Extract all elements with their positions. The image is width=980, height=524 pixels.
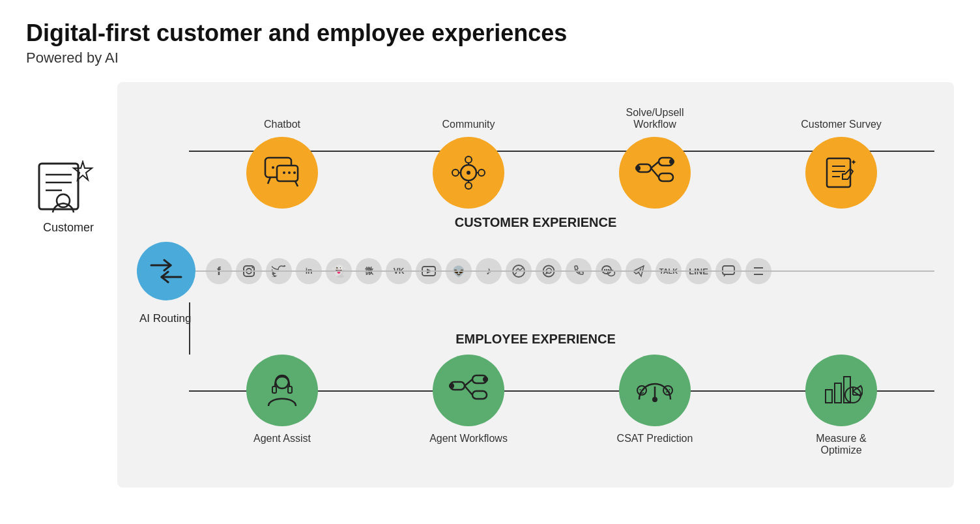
node-chatbot: Chatbot	[189, 102, 375, 209]
customer-label: Customer	[43, 221, 94, 235]
customer-survey-label: Customer Survey	[801, 102, 882, 130]
survey-icon: ✦	[822, 152, 861, 194]
measure-optimize-label: Measure &Optimize	[816, 433, 866, 461]
diagram-area: Chatbot	[117, 82, 954, 488]
svg-rect-72	[826, 390, 832, 403]
node-agent-assist: Agent Assist	[189, 355, 375, 461]
ex-section: EMPLOYEE EXPERIENCE	[137, 332, 934, 461]
cx-nodes: Chatbot	[137, 102, 934, 209]
svg-rect-0	[39, 164, 78, 209]
community-label: Community	[442, 102, 495, 130]
cx-section-label: CUSTOMER EXPERIENCE	[137, 215, 934, 230]
svg-rect-59	[472, 391, 487, 399]
csat-prediction-label: CSAT Prediction	[617, 433, 693, 461]
ex-section-label: EMPLOYEE EXPERIENCE	[137, 332, 934, 347]
chatbot-circle	[246, 137, 318, 209]
community-circle	[433, 137, 504, 209]
node-customer-survey: Customer Survey ✦	[748, 102, 934, 209]
node-community: Community	[375, 102, 562, 209]
svg-point-18	[452, 169, 459, 176]
node-measure-optimize: Measure &Optimize	[748, 355, 934, 461]
page-subtitle: Powered by AI	[26, 50, 954, 66]
channel-connector-line	[195, 270, 934, 272]
workflow-icon	[634, 155, 676, 191]
svg-point-15	[467, 171, 470, 175]
cx-section: Chatbot	[137, 102, 934, 209]
svg-line-30	[651, 168, 659, 177]
svg-point-11	[283, 171, 285, 174]
svg-point-12	[288, 171, 291, 174]
svg-line-29	[651, 162, 659, 168]
node-solve-upsell: Solve/UpsellWorkflow	[562, 102, 748, 209]
ex-nodes: Agent Assist	[137, 355, 934, 461]
svg-point-71	[669, 389, 670, 390]
svg-line-63	[465, 386, 472, 395]
svg-point-70	[666, 389, 667, 390]
node-agent-workflows: Agent Workflows	[375, 355, 562, 461]
customer-survey-circle: ✦	[805, 137, 877, 209]
customer-icon	[36, 160, 101, 216]
svg-point-68	[643, 389, 644, 390]
svg-rect-55	[272, 386, 276, 393]
chatbot-icon	[263, 155, 302, 191]
svg-line-62	[465, 379, 472, 386]
agent-assist-label: Agent Assist	[253, 433, 311, 461]
svg-point-38	[252, 267, 253, 268]
svg-point-65	[652, 397, 657, 402]
agent-workflows-circle	[433, 355, 504, 426]
svg-point-27	[669, 159, 674, 164]
svg-point-13	[293, 171, 296, 174]
ai-routing-icon	[147, 255, 185, 287]
csat-prediction-circle	[619, 355, 691, 426]
svg-rect-26	[659, 173, 673, 181]
svg-point-61	[449, 383, 454, 388]
community-icon	[448, 152, 490, 194]
ex-vertical-line	[189, 302, 190, 355]
node-csat-prediction: CSAT Prediction	[562, 355, 748, 461]
agent-assist-circle	[246, 355, 318, 426]
svg-point-67	[640, 389, 641, 390]
solve-upsell-circle	[619, 137, 691, 209]
svg-rect-56	[288, 386, 292, 393]
svg-point-7	[272, 166, 274, 169]
svg-rect-73	[835, 383, 841, 403]
svg-point-16	[465, 156, 472, 163]
svg-point-28	[635, 166, 641, 171]
csat-icon	[633, 371, 677, 410]
solve-upsell-label: Solve/UpsellWorkflow	[626, 102, 684, 130]
svg-point-19	[478, 169, 485, 176]
measure-optimize-circle	[805, 355, 877, 426]
ai-routing-circle	[137, 242, 195, 300]
agent-workflows-label: Agent Workflows	[429, 433, 508, 461]
svg-text:✦: ✦	[850, 158, 857, 167]
measure-icon	[820, 370, 863, 411]
svg-point-17	[465, 182, 472, 189]
svg-point-60	[483, 377, 488, 382]
customer-section: Customer	[26, 160, 111, 235]
page-title: Digital-first customer and employee expe…	[26, 20, 954, 47]
main-container: Customer Chatbot	[26, 82, 954, 488]
agent-workflows-icon	[448, 373, 490, 409]
channel-row: f in 👻 微 VK	[137, 242, 934, 300]
ai-routing-label: AI Routing	[137, 312, 934, 325]
agent-assist-icon	[262, 370, 302, 411]
chatbot-label: Chatbot	[264, 102, 300, 130]
